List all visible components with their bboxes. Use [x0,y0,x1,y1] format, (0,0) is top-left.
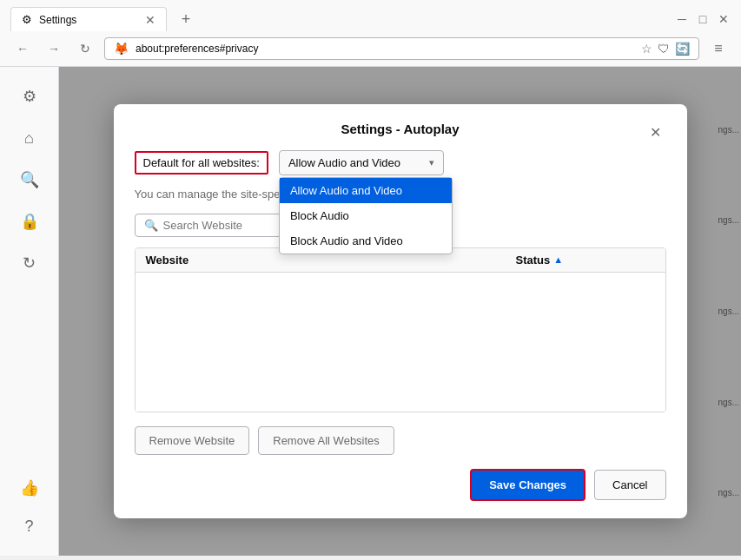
close-button[interactable]: ✕ [717,12,731,26]
cancel-button[interactable]: Cancel [594,470,665,500]
tab-icon: ⚙ [22,13,32,26]
autoplay-dialog: Settings - Autoplay ✕ Default for all we… [114,104,687,518]
col-status-header: Status ▲ [516,254,655,267]
maximize-button[interactable]: □ [696,12,710,26]
col-website-header: Website [146,254,516,267]
sidebar-item-sync[interactable]: ↻ [10,244,49,282]
page-content: ⚙ ⌂ 🔍 🔒 ↻ 👍 ? Settings - Autoplay ✕ Defa… [0,67,741,556]
dropdown-option-block-av[interactable]: Block Audio and Video [280,228,452,254]
autoplay-dropdown[interactable]: Allow Audio and Video ▾ [279,150,444,175]
sidebar-item-privacy[interactable]: 🔒 [10,202,49,240]
refresh-button[interactable]: ↻ [73,36,97,61]
window-controls: ─ □ ✕ [675,12,731,26]
sidebar-item-home[interactable]: ⌂ [10,119,49,157]
website-table: Website Status ▲ [135,247,666,412]
sort-icon[interactable]: ▲ [553,254,563,265]
forward-button[interactable]: → [42,36,66,61]
dialog-header: Settings - Autoplay ✕ [135,122,666,136]
dropdown-option-block-audio[interactable]: Block Audio [280,203,452,228]
default-label: Default for all websites: [135,151,268,175]
firefox-logo: 🦊 [114,42,129,56]
dropdown-menu: Allow Audio and Video Block Audio Block … [279,177,453,254]
search-icon: 🔍 [144,219,158,232]
new-tab-button[interactable]: + [174,7,198,31]
dropdown-option-allow-av[interactable]: Allow Audio and Video [280,178,452,203]
back-button[interactable]: ← [10,36,35,61]
address-bar-icons: ☆ 🛡 🔄 [641,42,690,56]
table-body [136,273,665,412]
modal-overlay: Settings - Autoplay ✕ Default for all we… [59,67,741,556]
sidebar-item-search[interactable]: 🔍 [10,161,49,199]
remove-buttons-row: Remove Website Remove All Websites [135,426,666,455]
tab-title: Settings [39,14,76,26]
sidebar-item-help[interactable]: ? [10,507,49,545]
sidebar-item-settings[interactable]: ⚙ [10,77,49,115]
remove-website-button[interactable]: Remove Website [135,426,250,455]
default-row: Default for all websites: Allow Audio an… [135,150,666,175]
browser-tab[interactable]: ⚙ Settings ✕ [10,7,167,31]
browser-chrome: ⚙ Settings ✕ + ─ □ ✕ ← → ↻ 🦊 about:prefe… [0,0,741,67]
nav-bar: ← → ↻ 🦊 about:preferences#privacy ☆ 🛡 🔄 … [0,31,741,66]
dropdown-wrapper: Allow Audio and Video ▾ Allow Audio and … [279,150,444,175]
minimize-button[interactable]: ─ [675,12,689,26]
dialog-footer: Save Changes Cancel [135,469,666,501]
shield-icon[interactable]: 🛡 [658,42,670,56]
tab-close-icon[interactable]: ✕ [145,14,155,26]
save-changes-button[interactable]: Save Changes [470,469,586,501]
sync-icon[interactable]: 🔄 [675,42,690,56]
url-text: about:preferences#privacy [136,43,634,55]
remove-all-websites-button[interactable]: Remove All Websites [258,426,394,455]
sidebar: ⚙ ⌂ 🔍 🔒 ↻ 👍 ? [0,67,59,556]
address-bar[interactable]: 🦊 about:preferences#privacy ☆ 🛡 🔄 [104,37,699,60]
dropdown-arrow-icon: ▾ [429,157,434,168]
title-bar: ⚙ Settings ✕ + ─ □ ✕ [0,0,741,31]
dropdown-selected-text: Allow Audio and Video [288,156,400,169]
bookmark-icon[interactable]: ☆ [641,42,652,56]
dialog-title: Settings - Autoplay [341,122,459,136]
menu-button[interactable]: ≡ [706,36,731,61]
dialog-close-button[interactable]: ✕ [645,122,666,142]
main-area: Settings - Autoplay ✕ Default for all we… [59,67,741,556]
sidebar-item-addons[interactable]: 👍 [10,469,49,507]
